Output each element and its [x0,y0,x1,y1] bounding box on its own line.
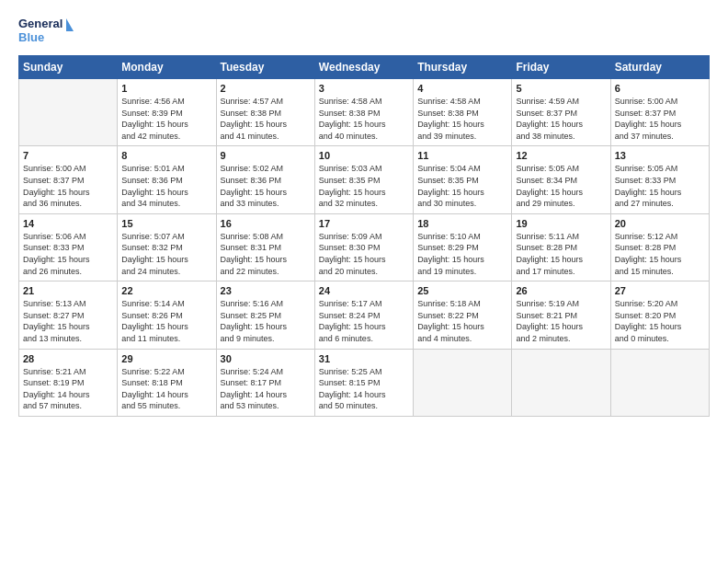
day-number: 22 [121,285,211,296]
day-cell: 14Sunrise: 5:06 AM Sunset: 8:33 PM Dayli… [19,213,118,281]
header-cell-thursday: Thursday [414,56,512,79]
day-number: 6 [615,83,705,94]
day-cell: 16Sunrise: 5:08 AM Sunset: 8:31 PM Dayli… [216,213,314,281]
day-info: Sunrise: 5:08 AM Sunset: 8:31 PM Dayligh… [221,231,311,277]
day-cell: 10Sunrise: 5:03 AM Sunset: 8:35 PM Dayli… [314,146,413,213]
day-info: Sunrise: 5:12 AM Sunset: 8:28 PM Dayligh… [615,231,705,277]
day-cell: 27Sunrise: 5:20 AM Sunset: 8:20 PM Dayli… [610,282,709,349]
day-info: Sunrise: 5:09 AM Sunset: 8:30 PM Dayligh… [319,231,409,277]
day-cell: 25Sunrise: 5:18 AM Sunset: 8:22 PM Dayli… [414,282,512,349]
logo: General Blue [18,15,74,48]
day-cell: 3Sunrise: 4:58 AM Sunset: 8:38 PM Daylig… [314,79,413,146]
day-number: 10 [319,150,409,161]
day-number: 31 [319,353,409,364]
week-row-4: 21Sunrise: 5:13 AM Sunset: 8:27 PM Dayli… [19,282,710,349]
day-number: 7 [23,150,113,161]
day-cell: 20Sunrise: 5:12 AM Sunset: 8:28 PM Dayli… [610,213,709,281]
day-info: Sunrise: 5:20 AM Sunset: 8:20 PM Dayligh… [615,298,705,344]
day-info: Sunrise: 5:04 AM Sunset: 8:35 PM Dayligh… [417,163,507,209]
day-info: Sunrise: 5:05 AM Sunset: 8:34 PM Dayligh… [516,163,606,209]
day-cell: 23Sunrise: 5:16 AM Sunset: 8:25 PM Dayli… [216,282,314,349]
day-info: Sunrise: 5:19 AM Sunset: 8:21 PM Dayligh… [516,298,606,344]
day-cell [610,349,709,416]
day-info: Sunrise: 5:03 AM Sunset: 8:35 PM Dayligh… [319,163,409,209]
day-number: 23 [221,285,311,296]
day-number: 2 [221,83,311,94]
day-cell: 21Sunrise: 5:13 AM Sunset: 8:27 PM Dayli… [19,282,118,349]
day-info: Sunrise: 5:02 AM Sunset: 8:36 PM Dayligh… [221,163,311,209]
day-number: 29 [121,353,211,364]
day-info: Sunrise: 5:25 AM Sunset: 8:15 PM Dayligh… [319,366,409,412]
day-cell: 28Sunrise: 5:21 AM Sunset: 8:19 PM Dayli… [19,349,118,416]
day-cell: 9Sunrise: 5:02 AM Sunset: 8:36 PM Daylig… [216,146,314,213]
day-number: 15 [121,218,211,229]
header-cell-wednesday: Wednesday [314,56,413,79]
day-info: Sunrise: 4:56 AM Sunset: 8:39 PM Dayligh… [121,96,211,142]
header-cell-friday: Friday [512,56,610,79]
day-info: Sunrise: 5:22 AM Sunset: 8:18 PM Dayligh… [121,366,211,412]
day-info: Sunrise: 4:58 AM Sunset: 8:38 PM Dayligh… [319,96,409,142]
calendar-table: SundayMondayTuesdayWednesdayThursdayFrid… [18,55,710,417]
header-cell-tuesday: Tuesday [216,56,314,79]
day-info: Sunrise: 5:01 AM Sunset: 8:36 PM Dayligh… [121,163,211,209]
day-number: 16 [221,218,311,229]
day-info: Sunrise: 4:59 AM Sunset: 8:37 PM Dayligh… [516,96,606,142]
day-info: Sunrise: 5:17 AM Sunset: 8:24 PM Dayligh… [319,298,409,344]
header-cell-monday: Monday [118,56,216,79]
day-number: 30 [221,353,311,364]
week-row-2: 7Sunrise: 5:00 AM Sunset: 8:37 PM Daylig… [19,146,710,213]
day-number: 27 [615,285,705,296]
day-cell: 18Sunrise: 5:10 AM Sunset: 8:29 PM Dayli… [414,213,512,281]
day-info: Sunrise: 5:18 AM Sunset: 8:22 PM Dayligh… [417,298,507,344]
day-info: Sunrise: 5:00 AM Sunset: 8:37 PM Dayligh… [23,163,113,209]
header-cell-saturday: Saturday [610,56,709,79]
day-cell: 12Sunrise: 5:05 AM Sunset: 8:34 PM Dayli… [512,146,610,213]
day-number: 19 [516,218,606,229]
day-cell: 1Sunrise: 4:56 AM Sunset: 8:39 PM Daylig… [118,79,216,146]
day-number: 11 [417,150,507,161]
day-info: Sunrise: 5:21 AM Sunset: 8:19 PM Dayligh… [23,366,113,412]
day-info: Sunrise: 4:58 AM Sunset: 8:38 PM Dayligh… [417,96,507,142]
header: General Blue [18,15,710,48]
day-number: 28 [23,353,113,364]
week-row-5: 28Sunrise: 5:21 AM Sunset: 8:19 PM Dayli… [19,349,710,416]
svg-text:Blue: Blue [18,30,44,44]
day-info: Sunrise: 5:24 AM Sunset: 8:17 PM Dayligh… [221,366,311,412]
logo-svg: General Blue [18,15,74,48]
day-cell: 2Sunrise: 4:57 AM Sunset: 8:38 PM Daylig… [216,79,314,146]
day-info: Sunrise: 5:14 AM Sunset: 8:26 PM Dayligh… [121,298,211,344]
day-number: 4 [417,83,507,94]
week-row-1: 1Sunrise: 4:56 AM Sunset: 8:39 PM Daylig… [19,79,710,146]
day-info: Sunrise: 5:07 AM Sunset: 8:32 PM Dayligh… [121,231,211,277]
day-cell: 22Sunrise: 5:14 AM Sunset: 8:26 PM Dayli… [118,282,216,349]
day-cell: 19Sunrise: 5:11 AM Sunset: 8:28 PM Dayli… [512,213,610,281]
day-info: Sunrise: 5:16 AM Sunset: 8:25 PM Dayligh… [221,298,311,344]
day-cell: 30Sunrise: 5:24 AM Sunset: 8:17 PM Dayli… [216,349,314,416]
day-cell: 6Sunrise: 5:00 AM Sunset: 8:37 PM Daylig… [610,79,709,146]
day-cell: 17Sunrise: 5:09 AM Sunset: 8:30 PM Dayli… [314,213,413,281]
day-number: 17 [319,218,409,229]
day-number: 9 [221,150,311,161]
day-number: 3 [319,83,409,94]
day-number: 21 [23,285,113,296]
day-number: 18 [417,218,507,229]
day-cell [512,349,610,416]
day-cell [414,349,512,416]
day-cell: 31Sunrise: 5:25 AM Sunset: 8:15 PM Dayli… [314,349,413,416]
day-cell: 4Sunrise: 4:58 AM Sunset: 8:38 PM Daylig… [414,79,512,146]
day-info: Sunrise: 5:13 AM Sunset: 8:27 PM Dayligh… [23,298,113,344]
day-number: 20 [615,218,705,229]
day-number: 12 [516,150,606,161]
day-info: Sunrise: 4:57 AM Sunset: 8:38 PM Dayligh… [221,96,311,142]
day-cell: 11Sunrise: 5:04 AM Sunset: 8:35 PM Dayli… [414,146,512,213]
day-cell: 26Sunrise: 5:19 AM Sunset: 8:21 PM Dayli… [512,282,610,349]
day-number: 1 [121,83,211,94]
day-cell: 7Sunrise: 5:00 AM Sunset: 8:37 PM Daylig… [19,146,118,213]
day-cell: 24Sunrise: 5:17 AM Sunset: 8:24 PM Dayli… [314,282,413,349]
day-info: Sunrise: 5:06 AM Sunset: 8:33 PM Dayligh… [23,231,113,277]
day-cell: 5Sunrise: 4:59 AM Sunset: 8:37 PM Daylig… [512,79,610,146]
day-number: 26 [516,285,606,296]
day-number: 5 [516,83,606,94]
day-cell: 15Sunrise: 5:07 AM Sunset: 8:32 PM Dayli… [118,213,216,281]
day-cell: 13Sunrise: 5:05 AM Sunset: 8:33 PM Dayli… [610,146,709,213]
